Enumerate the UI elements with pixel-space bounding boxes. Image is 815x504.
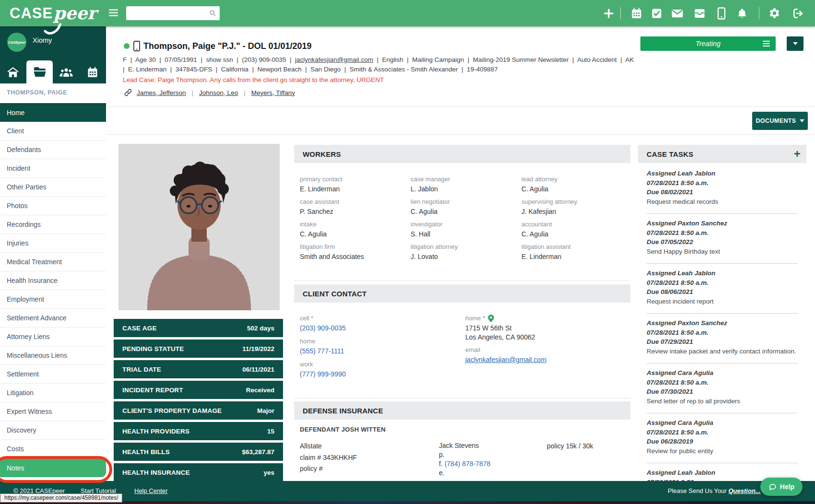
questions-link[interactable]: Question... [728,487,760,494]
sidebar-item-recordings[interactable]: Recordings [0,215,106,234]
adjuster-phone-label: p. [439,450,544,459]
work-phone-link[interactable]: (777) 999-9990 [300,370,444,379]
contact-address-email: home * 1715 W 56th St Los Angeles, CA 90… [465,315,624,364]
stat-property-damage[interactable]: CLIENT'S PROPERTY DAMAGEMajor [114,401,283,420]
logo-peer-text: peer [53,3,96,23]
workers-grid: primary contactE. Linderman case manager… [300,176,626,261]
link-icon [124,88,132,97]
case-status-button[interactable]: Treating [640,36,776,51]
task-item[interactable]: Assigned Paxton Sanchez07/28/2021 8:50 a… [647,214,798,264]
menu-hamburger-icon[interactable] [109,9,118,18]
worker-entry: case assistantP. Sanchez [300,198,411,216]
client-title-row: Thompson, Paige "P.J." - DOL 01/01/2019 [124,40,312,52]
home-phone-link[interactable]: (555) 777-1111 [300,347,444,356]
stat-pending-statute[interactable]: PENDING STATUTE11/19/2022 [114,340,283,358]
sidebar-item-medical-treatment[interactable]: Medical Treatment [0,253,106,271]
client-details-line1: F | Age 30 | 07/05/1991 | show ssn | (20… [123,56,634,63]
stat-incident-report[interactable]: INCIDENT REPORTReceived [114,381,283,399]
sidebar-item-incident[interactable]: Incident [0,159,106,178]
sidebar-item-photos[interactable]: Photos [0,197,106,215]
cell-phone-link[interactable]: (203) 909-0035 [300,324,444,333]
case-tab-active[interactable] [26,60,53,83]
sidebar-item-other-parties[interactable]: Other Parties [0,178,106,197]
task-item[interactable]: Assigned Cara Agulia07/28/2021 8:50 a.m.… [647,363,798,413]
sidebar-item-client[interactable]: Client [0,122,106,141]
documents-label: DOCUMENTS [756,117,796,124]
documents-button[interactable]: DOCUMENTS [752,112,808,130]
task-item[interactable]: Assigned Leah Jablon07/28/2021 8:50 a.m.… [647,164,798,214]
stat-trial-date[interactable]: TRIAL DATE06/11/2021 [114,360,283,378]
sidebar-item-miscellaneous-liens[interactable]: Miscellaneous Liens [0,346,106,365]
sidebar-item-notes[interactable]: Notes [0,458,106,477]
linked-cases-row: James, Jefferson| Johnson, Leo| Meyers, … [124,88,295,97]
linked-case-link[interactable]: James, Jefferson [137,89,186,96]
topbar-divider [620,7,621,19]
mobile-icon[interactable] [715,7,728,20]
workers-section-header: WORKERS [294,145,630,163]
help-center-link[interactable]: Help Center [134,481,167,501]
sidebar-item-expert-witness[interactable]: Expert Witness [0,402,106,421]
fax-number-link[interactable]: (784) 878-7878 [445,460,491,468]
logout-icon[interactable] [791,7,804,20]
calendar-icon[interactable] [85,66,100,79]
chevron-down-icon [793,42,798,45]
help-button[interactable]: Help [760,478,803,496]
home-icon[interactable] [6,66,20,79]
add-task-button[interactable]: + [794,145,801,163]
linked-case-link[interactable]: Johnson, Leo [199,89,238,96]
sidebar-item-injuries[interactable]: Injuries [0,234,106,253]
page-title: Thompson, Paige "P.J." - DOL 01/01/2019 [143,41,312,51]
client-email-link[interactable]: jaclynkafesjian@gmail.com [295,56,373,63]
map-pin-icon[interactable] [488,315,494,322]
address-line1: 1715 W 56th St [465,324,624,333]
case-stats: CASE AGE502 days PENDING STATUTE11/19/20… [114,319,283,484]
sidebar-item-home[interactable]: Home [0,103,106,122]
email-link[interactable]: jaclynkafesjian@gmail.com [465,355,624,364]
logo-case-text: CASE [10,5,53,22]
casepeer-app: CASEpeer [0,0,815,504]
client-contact-section-header: CLIENT CONTACT [294,284,630,303]
inbox-icon[interactable] [693,7,706,20]
case-tasks-section-header: CASE TASKS + [638,145,806,163]
phone-icon [133,41,140,51]
status-dropdown-button[interactable] [787,36,803,51]
add-icon[interactable] [602,7,615,20]
task-item[interactable]: Assigned Leah Jablon07/28/2021 8:50 a.m.… [647,264,798,314]
insurance-company: Allstate [300,441,429,451]
sidebar-item-litigation[interactable]: Litigation [0,384,106,402]
casepeer-logo[interactable]: CASEpeer [10,2,96,22]
stat-health-providers[interactable]: HEALTH PROVIDERS15 [114,422,283,440]
calendar-icon[interactable] [630,7,643,20]
adjuster-email-label: e. [439,469,544,478]
sidebar-item-settlement-advance[interactable]: Settlement Advance [0,309,106,328]
stat-health-insurance[interactable]: HEALTH INSURANCEyes [114,463,283,481]
tasks-check-icon[interactable] [650,7,663,20]
top-navigation-bar: CASEpeer [0,0,815,26]
task-item[interactable]: Assigned Cara Agulia07/28/2021 8:50 a.m.… [647,413,798,463]
sidebar-item-defendants[interactable]: Defendants [0,141,106,159]
sidebar-item-discovery[interactable]: Discovery [0,421,106,440]
stat-case-age[interactable]: CASE AGE502 days [114,319,283,337]
sidebar-item-settlement[interactable]: Settlement [0,365,106,384]
contacts-people-icon[interactable] [59,66,73,79]
status-dot [124,43,130,49]
policy-limits: policy 15k / 30k [547,441,593,451]
linked-case-link[interactable]: Meyers, Tiffany [251,89,295,96]
search-input[interactable] [130,6,207,19]
section-divider [294,398,630,399]
avatar[interactable]: CASEpeer [7,33,26,52]
notifications-bell-icon[interactable] [735,7,748,20]
settings-gear-icon[interactable] [768,7,781,20]
folder-icon [33,66,47,78]
sidebar-item-attorney-liens[interactable]: Attorney Liens [0,328,106,346]
defendant-name: DEFENDANT JOSH WITTEN [300,426,386,433]
policy-number: policy # [300,464,429,473]
search-icon[interactable] [209,10,216,17]
sidebar-item-costs[interactable]: Costs [0,440,106,458]
sidebar-item-employment[interactable]: Employment [0,290,106,309]
sidebar-item-health-insurance[interactable]: Health Insurance [0,271,106,290]
worker-entry: case managerL. Jablon [411,176,521,194]
mail-icon[interactable] [671,7,684,20]
task-item[interactable]: Assigned Paxton Sanchez07/28/2021 8:50 a… [647,314,798,363]
stat-health-bills[interactable]: HEALTH BILLS$63,287.87 [114,443,283,461]
